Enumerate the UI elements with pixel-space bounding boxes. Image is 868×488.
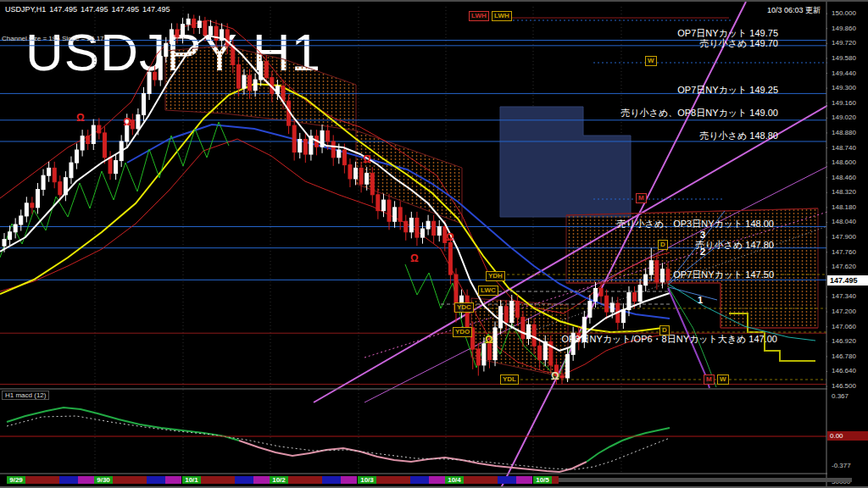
price-tick-label: 148.180 xyxy=(832,204,856,211)
price-tick-label: 149.160 xyxy=(832,100,856,107)
price-axis[interactable]: 150.000149.860149.720149.580149.440149.3… xyxy=(827,2,868,488)
price-tick-label: 149.860 xyxy=(832,25,856,32)
pivot-label-w: W xyxy=(645,56,657,66)
symbol-period-label: USDJPY,H1 xyxy=(5,5,46,14)
session-segment-s1 xyxy=(552,476,559,484)
session-date-label: 10/2 xyxy=(270,476,288,484)
update-time-label: 10/3 06:03 更新 xyxy=(767,5,821,16)
ohlc-value: 147.495 xyxy=(81,5,108,14)
price-tick-label: 147.900 xyxy=(832,234,856,241)
session-segment-s1 xyxy=(464,476,498,484)
pivot-label-lwc: LWC xyxy=(478,286,498,296)
session-segment-s3 xyxy=(253,476,270,484)
macd-zero-box: 0.00 xyxy=(827,431,868,441)
pivot-label-ydh: YDH xyxy=(486,271,505,281)
session-date-label: 10/3 xyxy=(358,476,376,484)
op-level-label: 売り小さめ、OP8日NYカット 149.00 xyxy=(620,107,778,119)
omega-signal-icon: Ω xyxy=(76,113,85,123)
price-tick-label: 150.000 xyxy=(832,10,856,17)
price-tick-label: 147.620 xyxy=(832,263,856,270)
session-segment-s2 xyxy=(410,476,429,484)
op-level-label: OP7日NYカット 149.25 xyxy=(677,84,778,97)
session-indicator-bar: 9/299/3010/110/210/310/410/5 xyxy=(0,475,827,486)
zigzag-green-1 xyxy=(0,122,229,258)
omega-signal-icon: Ω xyxy=(410,253,419,263)
macd-signal xyxy=(7,416,670,469)
pivot-label-ydc: YDC xyxy=(454,302,474,313)
price-tick-label: 147.060 xyxy=(832,324,856,330)
session-date-label: 10/1 xyxy=(182,476,201,484)
session-segment-s2 xyxy=(498,476,516,484)
session-date-label: 10/4 xyxy=(445,476,464,484)
session-segment-s1 xyxy=(25,476,59,484)
omega-signal-icon: Ω xyxy=(363,154,371,164)
session-segment-s3 xyxy=(78,476,94,484)
pivot-label-ydo: YDO xyxy=(453,327,472,337)
pivot-label-m: M xyxy=(704,374,715,385)
macd-pink xyxy=(239,441,587,472)
ohlc-values: 147.495147.495147.495147.495 xyxy=(49,5,173,14)
op-level-label: 売り小さめ、OP3日NYカット 148.00 xyxy=(616,218,774,230)
price-tick-label: 148.320 xyxy=(832,189,856,196)
wave-count-label: 2 xyxy=(700,247,705,257)
current-price-box: 147.495 xyxy=(827,275,868,286)
session-segment-s1 xyxy=(113,476,147,484)
session-segment-s1 xyxy=(376,476,410,484)
price-tick-label: 147.200 xyxy=(832,308,856,315)
pivot-label-w: W xyxy=(717,374,729,385)
macd-indicator-label: H1 macd (12) xyxy=(2,391,49,400)
session-segment-s3 xyxy=(165,476,181,484)
wave-count-label: 1 xyxy=(698,295,703,305)
price-tick-label: 146.500 xyxy=(832,383,856,390)
session-segment-s3 xyxy=(516,476,532,484)
price-tick-label: 148.460 xyxy=(832,175,856,181)
session-segment-s3 xyxy=(341,476,357,484)
pivot-label-d: D xyxy=(658,240,668,250)
macd-green-a xyxy=(7,408,239,441)
session-segment-s2 xyxy=(322,476,341,484)
mt4-chart-window: USDJPY H1 USDJPY,H1147.495147.495147.495… xyxy=(0,0,868,488)
session-segment-s1 xyxy=(288,476,322,484)
session-segment-s1 xyxy=(201,476,235,484)
session-segment-s2 xyxy=(59,476,78,484)
pivot-label-m: M xyxy=(636,193,647,203)
omega-signal-icon: Ω xyxy=(551,371,559,381)
ohlc-value: 147.495 xyxy=(111,5,139,14)
pivot-label-lwh: LWH xyxy=(469,11,489,21)
wave-count-label: 3 xyxy=(700,230,705,240)
price-tick-label: 149.720 xyxy=(832,40,856,47)
omega-signal-icon: Ω xyxy=(446,232,454,242)
price-tick-label: 149.440 xyxy=(832,70,856,77)
price-tick-label: 147.340 xyxy=(832,293,856,300)
session-segment-s2 xyxy=(235,476,253,484)
pivot-label-ydl: YDL xyxy=(500,374,519,385)
session-segment-s3 xyxy=(429,476,445,484)
price-tick-label: 149.020 xyxy=(832,114,856,121)
op-level-label: 売り小さめ 147.80 xyxy=(696,239,774,252)
ohlc-value: 147.495 xyxy=(49,5,77,14)
macd-scale-bottom: -0.377 xyxy=(832,463,851,469)
price-tick-label: 146.780 xyxy=(832,353,856,360)
price-tick-label: 148.600 xyxy=(832,159,856,166)
pivot-label-lwh: LWH xyxy=(492,11,512,21)
price-tick-label: 146.640 xyxy=(832,368,856,374)
session-date-label: 9/29 xyxy=(7,476,25,484)
session-date-label: 10/5 xyxy=(533,476,552,484)
macd-scale-top: 0.367 xyxy=(832,393,849,400)
op-level-label: OP7日NYカット 147.50 xyxy=(673,269,774,281)
price-tick-label: 148.880 xyxy=(832,130,856,136)
session-bar-track xyxy=(559,478,852,482)
session-date-label: 9/30 xyxy=(94,476,113,484)
ohlc-header: USDJPY,H1147.495147.495147.495147.495 xyxy=(5,5,177,14)
price-tick-label: 149.580 xyxy=(832,55,856,62)
omega-signal-icon: Ω xyxy=(123,117,131,127)
price-tick-label: 146.920 xyxy=(832,338,856,345)
omega-signal-icon: Ω xyxy=(485,335,493,345)
op-level-label: 売り小さめ 149.70 xyxy=(700,37,778,50)
macd-green-b xyxy=(587,428,670,462)
channel-info-label: Channel size = 195 Slope = 26.17 xyxy=(2,35,104,42)
ohlc-value: 147.495 xyxy=(142,5,170,14)
price-tick-label: 149.300 xyxy=(832,85,856,92)
price-tick-label: 148.740 xyxy=(832,145,856,152)
op-level-label: 売り小さめ 148.80 xyxy=(700,130,778,142)
